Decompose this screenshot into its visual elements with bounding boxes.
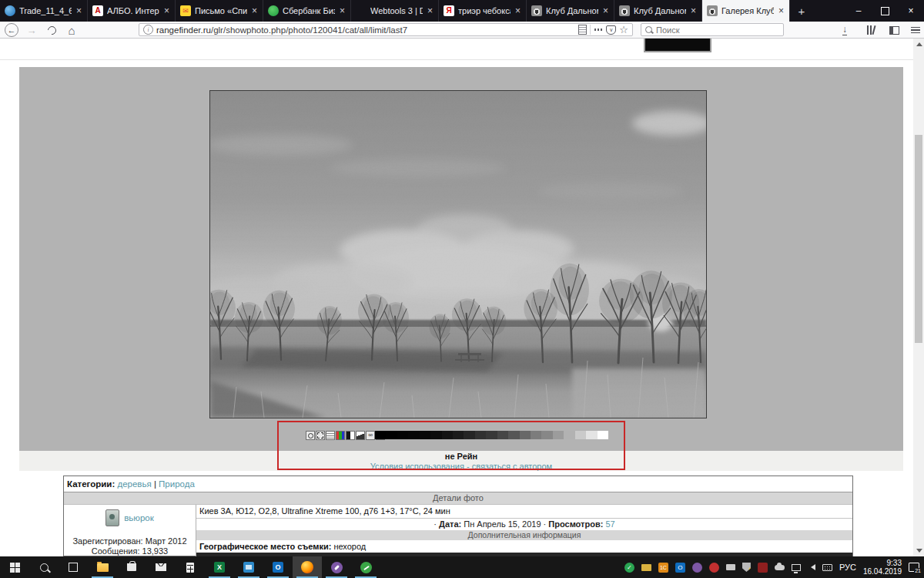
- close-button[interactable]: ×: [898, 0, 924, 22]
- site-info-icon[interactable]: i: [143, 25, 153, 35]
- tab-close-icon[interactable]: ×: [163, 5, 170, 16]
- clock-date: 16.04.2019: [863, 567, 902, 576]
- network-display-icon[interactable]: [792, 564, 801, 571]
- camera-icon: [707, 5, 718, 16]
- category-link-nature[interactable]: Природа: [159, 479, 195, 489]
- reader-mode-icon[interactable]: [578, 25, 587, 35]
- tab-close-icon[interactable]: ×: [778, 5, 785, 16]
- task-view-button[interactable]: [59, 556, 88, 578]
- onec-icon[interactable]: 1С: [658, 563, 668, 573]
- system-tray: ✓ 1С O РУС 9:33 16.04.2019 21: [624, 559, 924, 576]
- library-button[interactable]: [862, 22, 879, 39]
- red-utility-icon[interactable]: [758, 563, 768, 573]
- tab-close-icon[interactable]: ×: [690, 5, 697, 16]
- tab-title: Клуб Дальномер -: [634, 6, 686, 15]
- maximize-icon: [881, 7, 889, 15]
- username-link[interactable]: вьюрок: [124, 513, 154, 523]
- page-actions-icon[interactable]: [594, 29, 603, 31]
- calculator-button[interactable]: [176, 556, 205, 578]
- bookmark-star-icon[interactable]: ☆: [619, 24, 628, 35]
- sidebar-button[interactable]: [886, 22, 902, 39]
- tab-club-1[interactable]: Клуб Дальномер - ×: [527, 0, 614, 22]
- date-value: Пн Апрель 15, 2019: [464, 519, 541, 529]
- blank-favicon: [356, 5, 367, 16]
- tray-folder-icon[interactable]: [641, 564, 651, 571]
- url-path: /glr/showphoto.php/photo/120041/cat/all/…: [211, 25, 407, 35]
- tab-webtools[interactable]: Webtools 3 | Download ×: [351, 0, 439, 22]
- tab-close-icon[interactable]: ×: [514, 5, 521, 16]
- desktop: Trade_11_4_6_230_u × А АЛБО. Интернет-Б …: [0, 0, 924, 578]
- task-view-icon: [69, 563, 78, 572]
- scroll-down-icon[interactable]: [916, 549, 922, 553]
- windows-taskbar: X O ✓ 1С O РУС 9:33 16.04.2019: [0, 556, 924, 578]
- browser-nav-bar: ← → ⌂ i rangefinder.ru/glr/showphoto.php…: [0, 22, 924, 39]
- url-bar[interactable]: i rangefinder.ru/glr/showphoto.php/photo…: [139, 23, 633, 36]
- firefox-button[interactable]: [293, 556, 322, 578]
- language-indicator[interactable]: РУС: [839, 563, 856, 572]
- reload-button[interactable]: [43, 22, 60, 39]
- antivirus-check-icon[interactable]: ✓: [624, 563, 634, 573]
- tab-close-icon[interactable]: ×: [251, 5, 258, 16]
- viber-button[interactable]: [322, 556, 351, 578]
- printer-icon[interactable]: [726, 564, 735, 570]
- tray-outlook-icon[interactable]: O: [675, 563, 685, 573]
- messages-text: Сообщения: 13,933: [64, 546, 196, 556]
- minimize-button[interactable]: –: [845, 0, 872, 22]
- clock[interactable]: 9:33 16.04.2019: [863, 559, 902, 576]
- record-dot-icon[interactable]: [709, 563, 719, 573]
- back-button[interactable]: ←: [3, 22, 20, 39]
- excel-button[interactable]: X: [205, 556, 234, 578]
- volume-icon[interactable]: [808, 564, 815, 570]
- red-annotation-box: [277, 421, 625, 470]
- notification-center-icon[interactable]: 21: [909, 563, 919, 572]
- date-views-line: · Дата: Пн Апрель 15, 2019 · Просмотров:…: [196, 519, 852, 530]
- menu-button[interactable]: [907, 22, 924, 39]
- category-link-trees[interactable]: деревья: [117, 479, 151, 489]
- albo-icon: А: [92, 5, 103, 16]
- contacts-app-button[interactable]: [234, 556, 263, 578]
- file-explorer-button[interactable]: [88, 556, 117, 578]
- search-bar[interactable]: [641, 23, 784, 36]
- outlook-button[interactable]: O: [263, 556, 293, 578]
- tab-yandex-search[interactable]: Я триэр чебоксары - ×: [439, 0, 527, 22]
- divider: [0, 59, 924, 60]
- pocket-icon[interactable]: ∨: [606, 25, 616, 35]
- store-button[interactable]: [117, 556, 146, 578]
- tab-close-icon[interactable]: ×: [339, 5, 346, 16]
- tab-close-icon[interactable]: ×: [427, 5, 434, 16]
- sbis-button[interactable]: [351, 556, 380, 578]
- keyboard-icon[interactable]: [822, 564, 832, 571]
- notification-badge: 21: [914, 568, 922, 574]
- search-icon: [645, 26, 652, 33]
- vertical-scrollbar[interactable]: [913, 39, 924, 556]
- mail-button[interactable]: [146, 556, 176, 578]
- tab-title: Клуб Дальномер -: [546, 6, 598, 15]
- tab-gallery-active[interactable]: Галерея Клуба Дал ×: [702, 0, 790, 22]
- tab-club-2[interactable]: Клуб Дальномер - ×: [614, 0, 702, 22]
- tab-trade[interactable]: Trade_11_4_6_230_u ×: [0, 0, 88, 22]
- cloud-icon[interactable]: [775, 565, 785, 570]
- tab-mail-letter[interactable]: ✉ Письмо «Списани ×: [176, 0, 263, 22]
- scrolled-thumbnail[interactable]: [644, 39, 711, 52]
- tab-albo[interactable]: А АЛБО. Интернет-Б ×: [88, 0, 176, 22]
- downloads-button[interactable]: ↓: [836, 22, 853, 39]
- tab-title: Webtools 3 | Download: [370, 6, 423, 15]
- scrollbar-thumb[interactable]: [915, 135, 922, 343]
- main-photo[interactable]: [209, 90, 707, 418]
- scroll-up-icon[interactable]: [916, 42, 922, 46]
- viber-icon: [331, 562, 343, 573]
- divider: [590, 25, 591, 35]
- tab-close-icon[interactable]: ×: [75, 5, 82, 16]
- maximize-button[interactable]: [872, 0, 898, 22]
- window-controls: – ×: [845, 0, 924, 22]
- search-input[interactable]: [656, 25, 779, 35]
- forward-button[interactable]: →: [23, 22, 40, 39]
- tab-sberbank[interactable]: Сбербанк Бизнес О ×: [263, 0, 351, 22]
- security-warning-icon[interactable]: [742, 563, 751, 572]
- taskbar-search-button[interactable]: [29, 556, 59, 578]
- new-tab-button[interactable]: +: [790, 0, 813, 22]
- start-button[interactable]: [0, 556, 29, 578]
- tab-close-icon[interactable]: ×: [602, 5, 609, 16]
- home-button[interactable]: ⌂: [63, 22, 80, 39]
- tray-viber-icon[interactable]: [692, 563, 702, 573]
